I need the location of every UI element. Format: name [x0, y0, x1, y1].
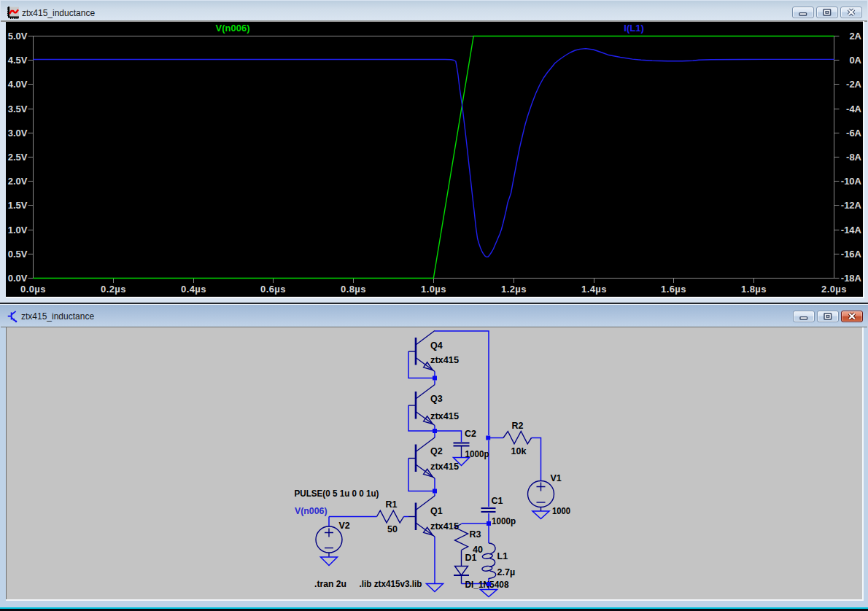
- svg-text:R1: R1: [386, 499, 398, 510]
- svg-text:Q3: Q3: [430, 394, 443, 404]
- svg-text:0.0µs: 0.0µs: [20, 284, 46, 295]
- svg-text:2.0µs: 2.0µs: [821, 284, 847, 295]
- svg-text:1.8µs: 1.8µs: [741, 284, 767, 295]
- svg-text:ztx415: ztx415: [430, 521, 459, 532]
- svg-text:C2: C2: [465, 429, 476, 439]
- svg-text:0.0V: 0.0V: [8, 273, 28, 284]
- svg-text:1000p: 1000p: [465, 449, 489, 459]
- svg-text:I(L1): I(L1): [624, 23, 643, 34]
- svg-text:1.6µs: 1.6µs: [661, 284, 686, 295]
- svg-text:1000p: 1000p: [492, 516, 516, 526]
- svg-text:C1: C1: [492, 496, 503, 506]
- svg-text:0A: 0A: [849, 55, 861, 66]
- svg-text:-2A: -2A: [846, 79, 862, 90]
- svg-text:0.5V: 0.5V: [8, 249, 28, 260]
- svg-text:1.0V: 1.0V: [8, 225, 28, 236]
- svg-text:1.2µs: 1.2µs: [501, 284, 527, 295]
- svg-text:R3: R3: [470, 529, 481, 540]
- svg-text:50: 50: [387, 524, 398, 534]
- svg-text:1.4µs: 1.4µs: [581, 284, 607, 295]
- svg-text:L1: L1: [497, 551, 508, 561]
- svg-text:2.5V: 2.5V: [8, 152, 28, 163]
- svg-text:4.0V: 4.0V: [8, 79, 28, 90]
- svg-text:ztx415: ztx415: [430, 462, 459, 472]
- svg-text:Q2: Q2: [430, 446, 443, 456]
- svg-text:ztx415: ztx415: [430, 355, 459, 365]
- svg-text:3.5V: 3.5V: [8, 104, 28, 114]
- svg-text:0.2µs: 0.2µs: [101, 284, 126, 295]
- svg-text:2.7µ: 2.7µ: [497, 567, 516, 577]
- svg-text:Q1: Q1: [430, 506, 443, 516]
- svg-text:.lib ztx415v3.lib: .lib ztx415v3.lib: [360, 579, 422, 589]
- svg-text:PULSE(0 5 1u 0 0 1u): PULSE(0 5 1u 0 0 1u): [295, 489, 379, 499]
- svg-text:V2: V2: [339, 521, 350, 531]
- svg-text:0.8µs: 0.8µs: [341, 284, 366, 295]
- svg-text:-6A: -6A: [846, 128, 862, 139]
- svg-text:-4A: -4A: [846, 104, 862, 114]
- svg-text:2.0V: 2.0V: [8, 176, 28, 187]
- svg-text:4.5V: 4.5V: [8, 55, 28, 66]
- svg-text:-12A: -12A: [841, 200, 862, 211]
- svg-text:D1: D1: [465, 553, 477, 563]
- svg-text:-8A: -8A: [846, 152, 862, 163]
- svg-text:R2: R2: [512, 421, 524, 431]
- svg-text:V1: V1: [551, 473, 562, 483]
- svg-text:-10A: -10A: [841, 176, 862, 187]
- svg-text:.tran 2u: .tran 2u: [314, 579, 346, 589]
- svg-text:2A: 2A: [849, 31, 861, 42]
- svg-text:1000: 1000: [552, 506, 570, 516]
- svg-text:10k: 10k: [511, 446, 527, 456]
- svg-text:1.5V: 1.5V: [8, 200, 28, 211]
- svg-text:1.0µs: 1.0µs: [421, 284, 446, 295]
- svg-text:0.4µs: 0.4µs: [181, 284, 206, 295]
- svg-text:-14A: -14A: [841, 225, 862, 236]
- svg-text:0.6µs: 0.6µs: [260, 284, 286, 295]
- svg-text:ztx415: ztx415: [430, 411, 459, 421]
- svg-text:-18A: -18A: [841, 273, 862, 284]
- svg-text:5.0V: 5.0V: [8, 31, 28, 42]
- svg-text:V(n006): V(n006): [295, 506, 328, 516]
- svg-text:-16A: -16A: [841, 249, 862, 260]
- svg-text:3.0V: 3.0V: [8, 128, 28, 139]
- svg-text:Q4: Q4: [430, 340, 443, 351]
- svg-text:V(n006): V(n006): [216, 23, 250, 34]
